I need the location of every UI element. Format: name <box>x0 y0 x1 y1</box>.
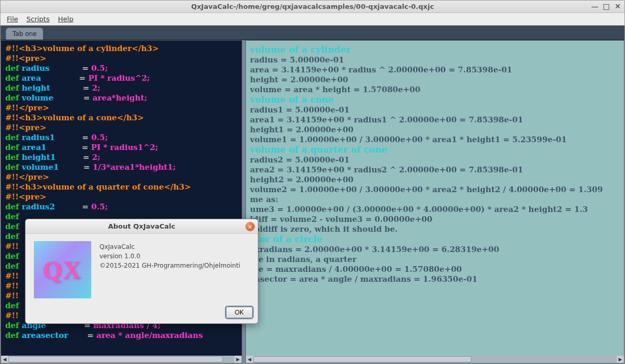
tabbar: Tab one <box>1 26 624 40</box>
dialog-titlebar[interactable]: About QxJavaCalc × <box>26 219 258 234</box>
dialog-close-button[interactable]: × <box>245 222 255 231</box>
output-text: volume of a cylinder radius = 5.00000e-0… <box>246 41 624 288</box>
menubar: File Scripts Help <box>1 13 624 26</box>
minimize-button[interactable]: — <box>590 2 599 11</box>
scroll-left-icon[interactable]: ◀ <box>1 356 8 363</box>
app-version: version 1.0.0 <box>99 252 249 261</box>
dialog-info: QxJavaCalc version 1.0.0 ©2015-2021 GH-P… <box>99 241 249 298</box>
tab-one[interactable]: Tab one <box>6 28 43 40</box>
app-logo: QX <box>34 241 91 298</box>
titlebar[interactable]: QxJavaCalc-/home/greg/qxjavacalcsamples/… <box>1 1 624 13</box>
output-pane: volume of a cylinder radius = 5.00000e-0… <box>245 40 624 363</box>
dialog-footer: OK <box>26 304 258 323</box>
right-h-scrollbar[interactable]: ◀ ▶ <box>246 356 624 363</box>
app-copyright: ©2015-2021 GH-Programmering/Ohjelmointi <box>99 261 249 270</box>
app-name: QxJavaCalc <box>99 242 249 252</box>
scroll-right-icon[interactable]: ▶ <box>234 356 242 363</box>
window-title: QxJavaCalc-/home/greg/qxjavacalcsamples/… <box>191 3 434 10</box>
dialog-title: About QxJavaCalc <box>108 222 175 230</box>
scroll-left-icon[interactable]: ◀ <box>246 356 253 363</box>
menu-scripts[interactable]: Scripts <box>22 14 54 24</box>
logo-text: QX <box>43 256 82 284</box>
about-dialog: About QxJavaCalc × QX QxJavaCalc version… <box>25 219 258 324</box>
maximize-button[interactable]: □ <box>602 2 611 11</box>
menu-help[interactable]: Help <box>54 14 78 24</box>
left-h-scrollbar[interactable]: ◀ ▶ <box>1 356 242 363</box>
menu-file[interactable]: File <box>3 14 22 24</box>
dialog-body: QX QxJavaCalc version 1.0.0 ©2015-2021 G… <box>26 234 258 304</box>
scroll-right-icon[interactable]: ▶ <box>617 356 624 363</box>
window-controls: — □ ✕ <box>590 2 622 11</box>
ok-button[interactable]: OK <box>226 307 253 318</box>
close-button[interactable]: ✕ <box>613 2 622 11</box>
